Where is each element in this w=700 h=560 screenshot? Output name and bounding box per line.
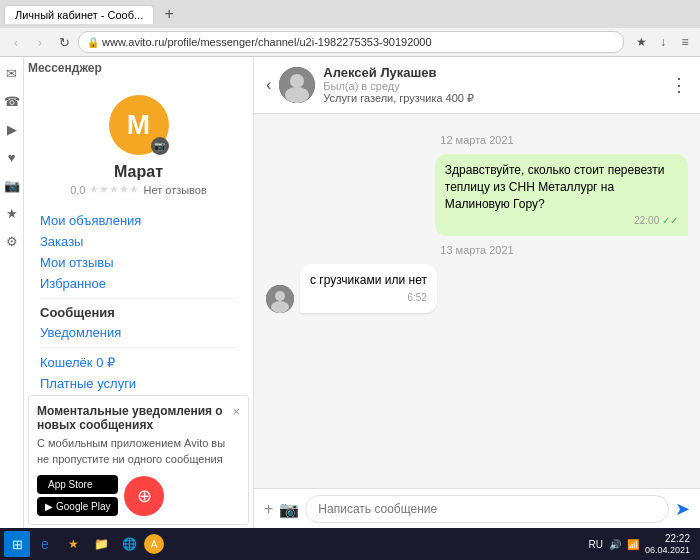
sent-message-bubble: Здравствуйте, сколько стоит перевезти те…: [435, 154, 688, 236]
url-bar[interactable]: 🔒 www.avito.ru/profile/messenger/channel…: [78, 31, 624, 53]
qr-code: ⊕: [124, 476, 164, 516]
browser-chrome: Личный кабинет - Сооб... + ‹ › ↻ 🔒 www.a…: [0, 0, 700, 57]
google-play-label: Google Play: [56, 501, 110, 512]
start-button[interactable]: ⊞: [4, 531, 30, 557]
address-bar: ‹ › ↻ 🔒 www.avito.ru/profile/messenger/c…: [0, 28, 700, 56]
divider: [40, 298, 237, 299]
chat-header: ‹ Алексей Лукашев Был(а) в среду Услуги …: [254, 57, 700, 114]
taskbar-chrome-icon[interactable]: 🌐: [116, 531, 142, 557]
phone-icon[interactable]: ☎: [2, 91, 22, 111]
qr-icon: ⊕: [137, 485, 152, 507]
heart-icon[interactable]: ♥: [2, 147, 22, 167]
new-tab-button[interactable]: +: [158, 3, 180, 25]
notification-title: Моментальные уведомления о новых сообщен…: [37, 404, 240, 432]
ru-label: RU: [589, 539, 603, 550]
rating-value: 0,0: [70, 184, 85, 196]
chat-user-name: Алексей Лукашев: [323, 65, 662, 80]
camera-icon[interactable]: 📷: [2, 175, 22, 195]
taskbar-browser-icon[interactable]: ★: [60, 531, 86, 557]
message-time: 22:00 ✓✓: [445, 214, 678, 228]
taskbar: ⊞ e ★ 📁 🌐 A RU 🔊 📶 22:22 06.04.2021: [0, 528, 700, 560]
read-check-icon: ✓✓: [662, 215, 678, 226]
avatar-container: М 📷: [109, 95, 169, 155]
my-reviews-link[interactable]: Мои отзывы: [40, 252, 237, 273]
back-nav-button[interactable]: ‹: [6, 32, 26, 52]
taskbar-clock: 22:22 06.04.2021: [645, 532, 690, 557]
profile-rating: 0,0 ★★★★★ Нет отзывов: [70, 183, 207, 196]
taskbar-ie-icon[interactable]: e: [32, 531, 58, 557]
profile-section: М 📷 Марат 0,0 ★★★★★ Нет отзывов: [24, 79, 253, 204]
received-avatar: [266, 285, 294, 313]
date-divider-2: 13 марта 2021: [266, 244, 688, 256]
orders-link[interactable]: Заказы: [40, 231, 237, 252]
notification-close-button[interactable]: ×: [232, 404, 240, 419]
chat-header-info: Алексей Лукашев Был(а) в среду Услуги га…: [323, 65, 662, 105]
gear-icon[interactable]: ⚙: [2, 231, 22, 251]
app-store-label: App Store: [48, 479, 92, 490]
google-play-button[interactable]: ▶ Google Play: [37, 497, 118, 516]
divider-2: [40, 347, 237, 348]
browser-icons: ★ ↓ ≡: [632, 33, 694, 51]
send-button[interactable]: ➤: [675, 498, 690, 520]
message-time: 6:52: [310, 291, 427, 305]
back-button[interactable]: ‹: [266, 76, 271, 94]
rating-stars: ★★★★★: [89, 183, 139, 196]
menu-icon[interactable]: ≡: [676, 33, 694, 51]
wallet-value: 0 ₽: [96, 355, 115, 370]
profile-name: Марат: [114, 163, 163, 181]
received-message-bubble: с грузчиками или нет 6:52: [300, 264, 437, 313]
download-icon[interactable]: ↓: [654, 33, 672, 51]
sidebar: Мессенджер М 📷 Марат 0,0 ★★★★★ Нет отзыв…: [24, 57, 254, 529]
active-tab[interactable]: Личный кабинет - Сооб...: [4, 5, 154, 24]
app-store-button[interactable]: App Store: [37, 475, 118, 494]
app-container: ✉ ☎ ▶ ♥ 📷 ★ ⚙ Мессенджер М 📷 Марат 0,0 ★…: [0, 57, 700, 529]
notifications-link[interactable]: Уведомления: [40, 322, 237, 343]
bookmark-icon[interactable]: ★: [632, 33, 650, 51]
my-ads-link[interactable]: Мои объявления: [40, 210, 237, 231]
messages-icon[interactable]: ✉: [2, 63, 22, 83]
notification-popup: × Моментальные уведомления о новых сообщ…: [28, 395, 249, 525]
chat-subject: Услуги газели, грузчика 400 ₽: [323, 92, 662, 105]
svg-point-5: [271, 301, 289, 313]
forward-nav-button[interactable]: ›: [30, 32, 50, 52]
messages-area: 12 марта 2021 Здравствуйте, сколько стои…: [254, 114, 700, 488]
chat-user-avatar: [279, 67, 315, 103]
message-input[interactable]: [305, 495, 669, 523]
svg-point-2: [285, 87, 309, 103]
message-row: Здравствуйте, сколько стоит перевезти те…: [266, 154, 688, 236]
wallet-link[interactable]: Кошелёк 0 ₽: [40, 352, 237, 373]
notification-text: С мобильным приложением Avito вы не проп…: [37, 436, 240, 467]
chat-more-button[interactable]: ⋮: [670, 74, 688, 96]
star-icon[interactable]: ★: [2, 203, 22, 223]
app-buttons: App Store ▶ Google Play ⊕: [37, 475, 240, 516]
messenger-label: Мессенджер: [24, 57, 253, 79]
taskbar-avito-icon[interactable]: A: [144, 534, 164, 554]
camera-icon[interactable]: 📷: [151, 137, 169, 155]
tab-bar: Личный кабинет - Сооб... +: [0, 0, 700, 28]
clock-date: 06.04.2021: [645, 545, 690, 557]
message-text: с грузчиками или нет: [310, 272, 427, 289]
attach-button[interactable]: +: [264, 500, 273, 518]
icon-bar: ✉ ☎ ▶ ♥ 📷 ★ ⚙: [0, 57, 24, 529]
favorites-link[interactable]: Избранное: [40, 273, 237, 294]
taskbar-folder-icon[interactable]: 📁: [88, 531, 114, 557]
message-text: Здравствуйте, сколько стоит перевезти те…: [445, 162, 678, 212]
messages-section-title: Сообщения: [40, 305, 237, 320]
no-reviews-label: Нет отзывов: [143, 184, 206, 196]
lock-icon: 🔒: [87, 37, 99, 48]
play-icon[interactable]: ▶: [2, 119, 22, 139]
date-divider-1: 12 марта 2021: [266, 134, 688, 146]
svg-point-1: [290, 74, 304, 88]
volume-icon: 🔊: [609, 539, 621, 550]
wallet-label: Кошелёк: [40, 355, 93, 370]
svg-point-4: [275, 291, 285, 301]
chat-input-area: + 📷 ➤: [254, 488, 700, 529]
refresh-nav-button[interactable]: ↻: [54, 32, 74, 52]
clock-time: 22:22: [645, 532, 690, 545]
url-text: www.avito.ru/profile/messenger/channel/u…: [102, 36, 432, 48]
camera-input-button[interactable]: 📷: [279, 500, 299, 519]
play-icon: ▶: [45, 501, 53, 512]
network-icon: 📶: [627, 539, 639, 550]
taskbar-tray: RU 🔊 📶 22:22 06.04.2021: [589, 532, 697, 557]
paid-services-link[interactable]: Платные услуги: [40, 373, 237, 394]
